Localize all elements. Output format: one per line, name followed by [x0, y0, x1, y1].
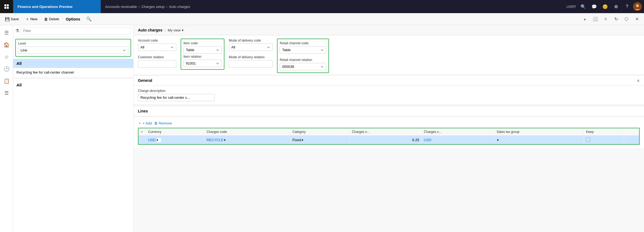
mode-delivery-label: Mode of delivery code — [229, 39, 273, 42]
lines-section-title: Lines — [138, 109, 148, 113]
remove-line-button[interactable]: 🗑 Remove — [154, 121, 172, 125]
item-code-label: Item code — [183, 41, 222, 45]
level-box: Level Line Order — [15, 39, 131, 57]
filter-input[interactable] — [21, 27, 131, 34]
close-button[interactable]: ✕ — [632, 14, 642, 24]
category-value: Fixed — [292, 138, 301, 142]
level-select[interactable]: Line Order — [18, 47, 128, 54]
col-check: ✓ — [138, 128, 146, 136]
charges-value-text: 6.25 — [412, 138, 419, 142]
charge-description-label: Charge description — [138, 89, 640, 93]
recent-icon[interactable]: 🕐 — [1, 63, 12, 74]
retail-channel-relation-select[interactable]: 000038 — [280, 63, 326, 70]
notification-button[interactable]: 0 — [601, 14, 611, 24]
retail-channel-label: Retail channel code — [280, 41, 326, 45]
keep-checkbox[interactable] — [586, 137, 590, 142]
sales-tax-select[interactable]: ▾ — [497, 138, 501, 142]
list-footer-all[interactable]: All — [13, 79, 133, 91]
options-button[interactable]: Options — [63, 16, 83, 22]
general-collapse-button[interactable]: ∧ — [637, 78, 640, 83]
personalize-button[interactable]: ⬧ — [580, 14, 590, 24]
item-code-field: Item code AllTableGroup — [183, 41, 222, 54]
currency-select[interactable]: ▾ — [157, 138, 161, 142]
list-item-recycling[interactable]: Recycling fee for call-center channel — [13, 68, 133, 77]
charges-currency-value[interactable]: USD — [424, 138, 431, 142]
view-mode-selector[interactable]: My view ▾ — [168, 28, 184, 32]
charge-description-input[interactable] — [138, 94, 215, 101]
remove-label: Remove — [159, 121, 172, 125]
workspaces-icon[interactable]: 📋 — [1, 76, 12, 86]
category-select[interactable]: ▾ — [302, 138, 306, 142]
view-header: Auto charges | My view ▾ — [134, 25, 644, 35]
col-charges-value: Charges v... — [350, 128, 421, 136]
fullscreen-button[interactable]: ⬜ — [590, 14, 600, 24]
refresh-button[interactable]: ↻ — [611, 14, 621, 24]
row-extra — [624, 136, 639, 145]
mode-delivery-select[interactable]: AllTableGroup — [229, 44, 273, 51]
customer-relation-label: Customer relation — [138, 55, 176, 59]
app-grid-button[interactable] — [0, 0, 13, 13]
breadcrumb-item-2[interactable]: Charges setup — [141, 5, 165, 9]
filter-icon: ⚗ — [15, 28, 19, 33]
row-keep — [584, 136, 624, 145]
menu-icon[interactable]: ☰ — [1, 27, 12, 38]
lines-table: ✓ Currency Charges code Category Charges… — [138, 128, 640, 145]
list-item-all[interactable]: All — [13, 59, 133, 68]
help-nav-button[interactable]: ? — [622, 2, 632, 11]
col-charges-code: Charges code — [204, 128, 290, 136]
view-mode-label: My view — [168, 28, 181, 32]
breadcrumb-sep-2: › — [166, 5, 167, 9]
account-code-select[interactable]: AllTableGroup — [138, 44, 176, 51]
add-line-button[interactable]: ＋ + Add — [138, 121, 152, 126]
row-charges-value: 6.25 — [350, 136, 421, 145]
toolbar-search-button[interactable]: 🔍 — [84, 14, 94, 24]
item-code-select[interactable]: AllTableGroup — [183, 46, 222, 54]
home-icon[interactable]: 🏠 — [1, 39, 12, 50]
new-button[interactable]: ＋ New — [23, 16, 40, 23]
delete-icon: 🗑 — [44, 17, 48, 21]
retail-channel-select[interactable]: AllTableGroup — [280, 46, 326, 54]
new-label: New — [30, 17, 37, 21]
toolbar-right: ⬧ ⬜ 0 ↻ ⬡ ✕ — [580, 14, 642, 24]
top-form: Account code AllTableGroup Customer rela… — [134, 35, 644, 74]
list-divider — [13, 78, 133, 78]
search-nav-button[interactable]: 🔍 — [578, 2, 588, 11]
item-relation-select[interactable]: 91001 — [183, 60, 222, 67]
settings-nav-button[interactable]: ⚙ — [611, 2, 621, 11]
charges-code-value[interactable]: RECYCLE — [207, 138, 223, 142]
mode-delivery-relation-input[interactable] — [229, 60, 273, 68]
delete-button[interactable]: 🗑 Delete — [41, 16, 62, 22]
new-icon: ＋ — [25, 17, 29, 22]
row-check — [138, 136, 146, 145]
chat-nav-button[interactable]: 💬 — [589, 2, 599, 11]
list-item-recycling-label: Recycling fee for call-center channel — [16, 70, 130, 74]
lines-section-header: Lines — [134, 106, 644, 116]
table-row: USD ▾ RECYCLE ▾ — [138, 136, 639, 145]
customer-relation-input[interactable] — [138, 60, 176, 68]
top-nav: Finance and Operations Preview Accounts … — [0, 0, 644, 13]
row-category: Fixed ▾ — [290, 136, 350, 145]
general-section-header: General ∧ — [134, 75, 644, 86]
breadcrumb-item-1[interactable]: Accounts receivable — [105, 5, 137, 9]
svg-rect-0 — [4, 4, 6, 6]
app-title: Finance and Operations Preview — [13, 0, 101, 13]
save-button[interactable]: 💾 Save — [2, 16, 22, 22]
breadcrumb-sep-1: › — [138, 5, 140, 9]
list-item-all-label: All — [16, 61, 130, 66]
open-button[interactable]: ⬡ — [622, 14, 631, 24]
currency-value[interactable]: USD — [148, 138, 155, 142]
charges-code-select[interactable]: ▾ — [224, 138, 228, 142]
col-charges-currency: Charges c... — [421, 128, 494, 136]
item-code-group: Item code AllTableGroup Item relation 91… — [181, 39, 224, 70]
row-currency: USD ▾ — [146, 136, 204, 145]
user-avatar[interactable] — [633, 2, 642, 11]
modules-icon[interactable]: ☰ — [1, 88, 12, 98]
breadcrumb-item-3[interactable]: Auto charges — [169, 5, 190, 9]
emoji-nav-button[interactable]: 😊 — [600, 2, 610, 11]
col-extra — [624, 128, 639, 136]
retail-channel-relation-label: Retail channel relation — [280, 58, 326, 62]
row-charges-currency: USD — [421, 136, 494, 145]
favorites-icon[interactable]: ☆ — [1, 51, 12, 62]
col-keep: Keep — [584, 128, 624, 136]
level-label: Level — [18, 42, 128, 45]
